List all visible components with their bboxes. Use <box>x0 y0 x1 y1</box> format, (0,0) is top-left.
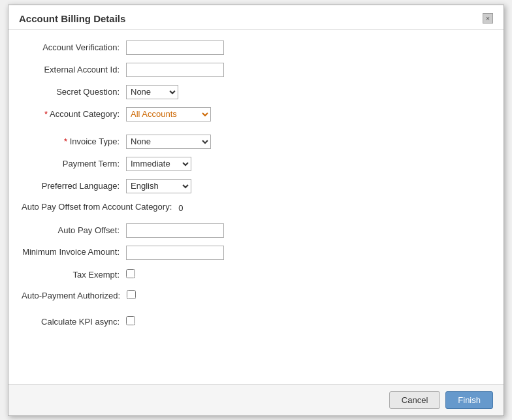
secret-question-row: Secret Question: None <box>22 85 490 99</box>
payment-term-row: Payment Term: Immediate <box>22 157 490 171</box>
invoice-type-row: * Invoice Type: None <box>22 135 490 149</box>
dialog-header: Account Billing Details × <box>8 5 504 30</box>
secret-question-label: Secret Question: <box>22 85 126 99</box>
auto-pay-offset-from-row: Auto Pay Offset from Account Category: 0 <box>22 201 490 216</box>
preferred-language-label: Preferred Language: <box>22 179 126 193</box>
secret-question-select[interactable]: None <box>126 85 178 99</box>
auto-payment-authorized-label: Auto-Payment Authorized: <box>22 290 127 302</box>
calculate-kpi-async-checkbox[interactable] <box>126 316 135 325</box>
close-button[interactable]: × <box>483 13 493 24</box>
invoice-type-label: * Invoice Type: <box>22 135 126 149</box>
external-account-id-row: External Account Id: <box>22 63 490 77</box>
finish-button[interactable]: Finish <box>445 391 493 409</box>
auto-pay-offset-input[interactable] <box>126 223 224 238</box>
auto-pay-offset-from-label: Auto Pay Offset from Account Category: <box>22 201 178 213</box>
external-account-id-label: External Account Id: <box>22 63 126 77</box>
account-category-row: * Account Category: All Accounts <box>22 107 490 121</box>
calculate-kpi-async-row: Calculate KPI async: <box>22 315 490 329</box>
auto-pay-offset-from-value: 0 <box>178 203 183 213</box>
dialog-body: Account Verification: External Account I… <box>8 30 504 384</box>
external-account-id-input[interactable] <box>126 63 224 77</box>
payment-term-label: Payment Term: <box>22 157 126 171</box>
account-verification-row: Account Verification: <box>22 40 490 55</box>
account-verification-input[interactable] <box>126 40 224 55</box>
dialog-title: Account Billing Details <box>19 13 125 24</box>
minimum-invoice-amount-input[interactable] <box>126 246 224 260</box>
account-category-select[interactable]: All Accounts <box>126 107 211 121</box>
auto-pay-offset-row: Auto Pay Offset: <box>22 223 490 238</box>
account-verification-label: Account Verification: <box>22 40 126 55</box>
tax-exempt-row: Tax Exempt: <box>22 268 490 282</box>
auto-pay-offset-label: Auto Pay Offset: <box>22 223 126 238</box>
minimum-invoice-amount-row: Minimum Invoice Amount: <box>22 246 490 260</box>
preferred-language-row: Preferred Language: English <box>22 179 490 193</box>
preferred-language-select[interactable]: English <box>126 179 191 193</box>
auto-payment-authorized-checkbox[interactable] <box>127 290 136 299</box>
dialog-container: Account Billing Details × Account Verifi… <box>8 5 504 416</box>
tax-exempt-label: Tax Exempt: <box>22 268 126 282</box>
account-category-label: * Account Category: <box>22 107 126 121</box>
dialog-footer: Cancel Finish <box>8 384 504 415</box>
cancel-button[interactable]: Cancel <box>389 391 440 409</box>
invoice-type-select[interactable]: None <box>126 135 211 149</box>
tax-exempt-checkbox[interactable] <box>126 269 135 278</box>
calculate-kpi-async-label: Calculate KPI async: <box>22 315 126 329</box>
auto-payment-authorized-row: Auto-Payment Authorized: <box>22 290 490 302</box>
payment-term-select[interactable]: Immediate <box>126 157 191 171</box>
minimum-invoice-amount-label: Minimum Invoice Amount: <box>22 246 126 258</box>
